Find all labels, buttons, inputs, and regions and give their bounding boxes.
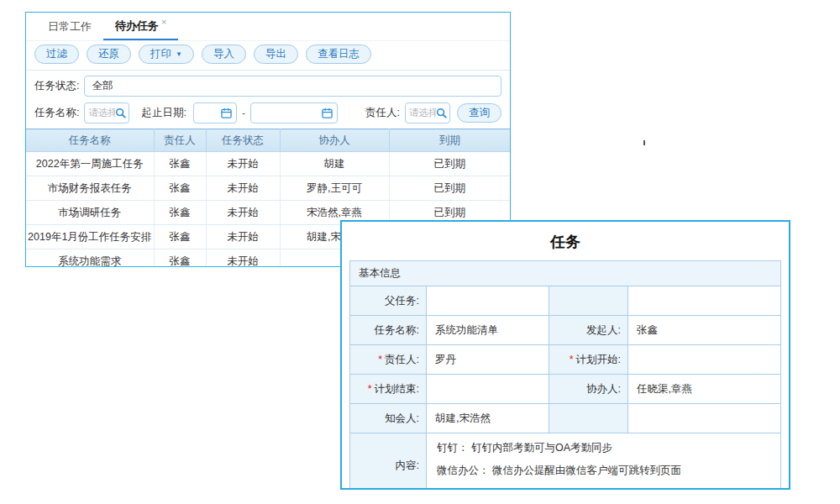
section-header-basic-info: 基本信息	[350, 261, 780, 286]
chevron-down-icon: ▼	[176, 51, 182, 58]
empty-value-cell[interactable]	[628, 286, 780, 315]
task-name-link[interactable]: 2022年第一周施工任务	[26, 152, 154, 176]
form-row-content: 内容: 钉钉： 钉钉内部考勤可与OA考勤同步 微信办公： 微信办公提醒由微信客户…	[350, 433, 780, 490]
tab-bar: 日常工作 待办任务 ×	[26, 13, 510, 41]
calendar-icon[interactable]	[221, 108, 232, 118]
column-header-due: 到期	[389, 129, 510, 152]
empty-value-cell[interactable]	[628, 404, 780, 433]
owner-label: 责任人:	[365, 106, 400, 120]
parent-task-label: 父任务:	[350, 286, 427, 315]
form-row-planned-end: * 计划结束: 协办人: 任晓渠,章燕	[350, 375, 780, 404]
toolbar: 过滤 还原 打印 ▼ 导入 导出 查看日志	[26, 41, 510, 71]
status-cell: 未开始	[206, 176, 280, 201]
date-start-input[interactable]	[193, 102, 237, 123]
initiator-label: 发起人:	[549, 316, 628, 344]
filter-button[interactable]: 过滤	[34, 45, 79, 64]
status-cell: 未开始	[206, 249, 280, 268]
owner-link[interactable]: 张鑫	[154, 225, 206, 249]
due-cell: 已到期	[389, 176, 510, 201]
empty-label-cell	[549, 404, 628, 433]
table-header-row: 任务名称 责任人 任务状态 协办人 到期	[26, 129, 510, 152]
task-name-label: 任务名称:	[350, 316, 427, 344]
task-status-select[interactable]: 全部	[84, 76, 501, 97]
task-name-label: 任务名称:	[34, 106, 79, 120]
calendar-icon[interactable]	[322, 108, 333, 118]
owner-link[interactable]: 张鑫	[154, 201, 206, 225]
dialog-title: 任务	[342, 222, 789, 260]
task-name-field[interactable]: 系统功能清单	[427, 316, 549, 344]
date-end-input[interactable]	[250, 102, 338, 123]
table-row: 市场财务报表任务 张鑫 未开始 罗静,王可可 已到期	[26, 176, 510, 201]
owner-link[interactable]: 张鑫	[154, 152, 206, 176]
date-range-label: 起止日期:	[141, 106, 186, 120]
status-cell: 未开始	[206, 225, 280, 249]
task-name-link[interactable]: 市场调研任务	[26, 201, 154, 225]
tab-todo-tasks[interactable]: 待办任务 ×	[103, 13, 178, 40]
form-row-parent-task: 父任务:	[350, 286, 780, 316]
column-header-status: 任务状态	[206, 129, 280, 152]
collaborator-field[interactable]: 任晓渠,章燕	[628, 375, 780, 403]
form-row-task-name: 任务名称: 系统功能清单 发起人: 张鑫	[350, 316, 780, 345]
planned-end-field[interactable]	[427, 375, 549, 403]
content-line: 微信办公： 微信办公提醒由微信客户端可跳转到页面	[437, 464, 770, 478]
initiator-field[interactable]: 张鑫	[628, 316, 780, 344]
search-button[interactable]: 查询	[457, 103, 501, 123]
collaborator-cell: 罗静,王可可	[280, 176, 389, 201]
form-row-informed: 知会人: 胡建,宋浩然	[350, 404, 780, 433]
task-status-label: 任务状态:	[34, 79, 79, 93]
form-row-owner: * 责任人: 罗丹 * 计划开始:	[350, 345, 780, 375]
tab-label: 日常工作	[48, 19, 92, 34]
due-cell: 已到期	[389, 152, 510, 176]
import-button[interactable]: 导入	[202, 45, 246, 64]
collaborator-cell: 胡建	[280, 152, 389, 176]
table-row: 2022年第一周施工任务 张鑫 未开始 胡建 已到期	[26, 152, 510, 176]
owner-input[interactable]: 请选择	[405, 102, 450, 123]
close-icon[interactable]: ×	[161, 17, 166, 27]
empty-label-cell	[549, 286, 628, 315]
date-separator: -	[242, 108, 245, 119]
parent-task-field[interactable]	[427, 286, 549, 315]
task-name-link[interactable]: 市场财务报表任务	[26, 176, 154, 201]
column-header-task-name: 任务名称	[26, 129, 154, 152]
search-icon[interactable]	[436, 108, 447, 118]
export-button[interactable]: 导出	[254, 45, 298, 64]
desktop-canvas: 日常工作 待办任务 × 过滤 还原 打印 ▼ 导入 导出	[0, 0, 840, 504]
search-icon[interactable]	[115, 108, 126, 118]
task-detail-dialog: 任务 基本信息 父任务:	[340, 220, 790, 490]
filter-panel: 任务状态: 全部 任务名称: 请选择 起止日期:	[26, 71, 510, 129]
informed-label: 知会人:	[350, 404, 427, 433]
owner-link[interactable]: 张鑫	[154, 176, 206, 201]
tab-label: 待办任务	[115, 18, 159, 34]
restore-button[interactable]: 还原	[87, 45, 131, 64]
owner-label: * 责任人:	[350, 345, 427, 374]
planned-end-label: * 计划结束:	[350, 375, 427, 403]
text-cursor-artifact	[643, 140, 645, 145]
content-line: 钉钉： 钉钉内部考勤可与OA考勤同步	[437, 441, 770, 455]
task-name-link[interactable]: 系统功能需求	[26, 249, 154, 268]
status-cell: 未开始	[206, 201, 280, 225]
content-field[interactable]: 钉钉： 钉钉内部考勤可与OA考勤同步 微信办公： 微信办公提醒由微信客户端可跳转…	[427, 433, 780, 490]
owner-field[interactable]: 罗丹	[427, 345, 549, 374]
print-button[interactable]: 打印 ▼	[139, 45, 194, 64]
column-header-owner: 责任人	[154, 129, 206, 152]
collaborator-label: 协办人:	[549, 375, 628, 403]
planned-start-label: * 计划开始:	[549, 345, 628, 374]
informed-field[interactable]: 胡建,宋浩然	[427, 404, 549, 433]
content-label: 内容:	[350, 433, 427, 490]
status-cell: 未开始	[206, 152, 280, 176]
basic-info-form: 基本信息 父任务: 任务名称:	[349, 260, 781, 490]
planned-start-field[interactable]	[628, 345, 780, 374]
task-name-input[interactable]: 请选择	[84, 102, 129, 123]
tab-daily-work[interactable]: 日常工作	[36, 13, 103, 40]
owner-link[interactable]: 张鑫	[154, 249, 206, 268]
column-header-collaborator: 协办人	[280, 129, 389, 152]
task-name-link[interactable]: 2019年1月份工作任务安排	[26, 225, 154, 249]
view-log-button[interactable]: 查看日志	[306, 45, 371, 64]
